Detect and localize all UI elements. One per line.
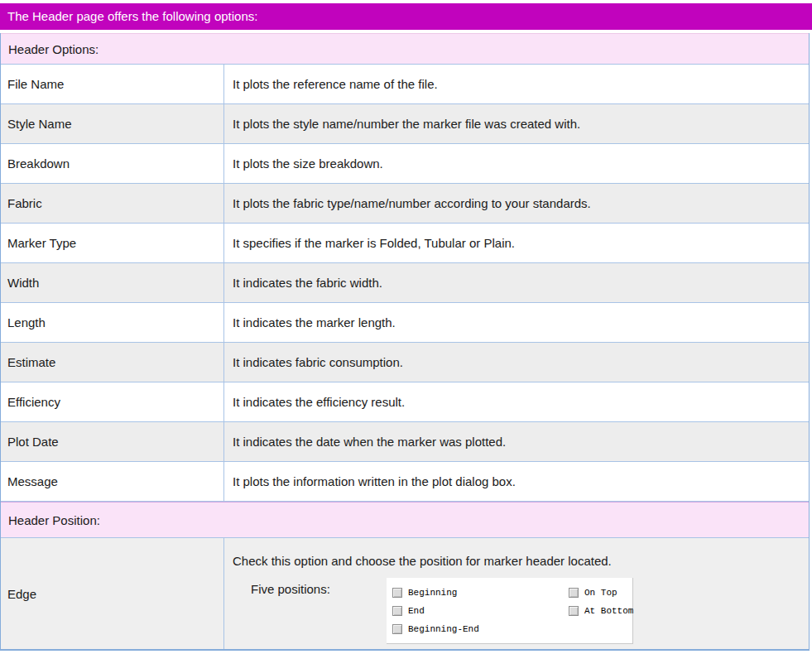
table-row-plot-date: Plot Date It indicates the date when the…	[1, 422, 809, 462]
section-header-position: Header Position:	[1, 502, 809, 538]
edge-label: Edge	[1, 538, 224, 649]
position-option-beginning[interactable]: Beginning	[392, 584, 569, 602]
five-positions-label: Five positions:	[251, 582, 387, 596]
table-row-efficiency: Efficiency It indicates the efficiency r…	[1, 382, 809, 422]
option-name: Message	[1, 462, 224, 501]
position-option-at-bottom[interactable]: At Bottom	[569, 602, 633, 620]
table-row-fabric: Fabric It plots the fabric type/name/num…	[1, 184, 809, 224]
option-description: It plots the reference name of the file.	[224, 65, 809, 103]
checkbox-icon[interactable]	[569, 588, 579, 598]
position-option-label: At Bottom	[584, 606, 633, 616]
option-name: File Name	[1, 65, 224, 103]
header-options-table: Header Options: File Name It plots the r…	[0, 33, 810, 651]
option-description: It indicates the efficiency result.	[224, 382, 809, 421]
section-header-options: Header Options:	[1, 33, 809, 65]
table-row-width: Width It indicates the fabric width.	[1, 263, 809, 303]
option-name: Efficiency	[1, 382, 224, 421]
edge-description: Check this option and choose the positio…	[233, 554, 809, 568]
table-row-message: Message It plots the information written…	[1, 462, 809, 502]
positions-column-left: Beginning End Beginning-End	[392, 584, 569, 638]
option-description: It indicates the fabric width.	[224, 263, 809, 302]
table-row-file-name: File Name It plots the reference name of…	[1, 65, 809, 104]
option-description: It indicates fabric consumption.	[224, 343, 809, 382]
table-row-estimate: Estimate It indicates fabric consumption…	[1, 343, 809, 382]
option-name: Length	[1, 303, 224, 342]
option-description: It specifies if the marker is Folded, Tu…	[224, 224, 809, 262]
option-rows: File Name It plots the reference name of…	[1, 65, 809, 502]
table-row-marker-type: Marker Type It specifies if the marker i…	[1, 224, 809, 263]
positions-panel: Beginning End Beginning-End	[387, 578, 633, 644]
checkbox-icon[interactable]	[569, 606, 579, 616]
option-name: Breakdown	[1, 144, 224, 183]
position-option-label: Beginning-End	[408, 624, 479, 634]
checkbox-icon[interactable]	[392, 624, 402, 634]
position-option-end[interactable]: End	[392, 602, 569, 620]
checkbox-icon[interactable]	[392, 588, 402, 598]
table-row-style-name: Style Name It plots the style name/numbe…	[1, 104, 809, 144]
option-name: Estimate	[1, 343, 224, 382]
option-description: It plots the information written in the …	[224, 462, 809, 501]
option-name: Style Name	[1, 104, 224, 143]
position-option-beginning-end[interactable]: Beginning-End	[392, 620, 569, 638]
option-name: Width	[1, 263, 224, 302]
position-option-on-top[interactable]: On Top	[569, 584, 633, 602]
table-row-breakdown: Breakdown It plots the size breakdown.	[1, 144, 809, 184]
page-title: The Header page offers the following opt…	[0, 3, 812, 30]
option-description: It plots the size breakdown.	[224, 144, 809, 183]
table-row-edge: Edge Check this option and choose the po…	[1, 538, 809, 649]
positions-column-right: On Top At Bottom	[569, 584, 633, 638]
option-description: It plots the style name/number the marke…	[224, 104, 809, 143]
positions-line: Five positions: Beginning End	[233, 582, 809, 644]
option-description: It indicates the date when the marker wa…	[224, 422, 809, 461]
option-name: Plot Date	[1, 422, 224, 461]
position-option-label: Beginning	[408, 588, 457, 598]
checkbox-icon[interactable]	[392, 606, 402, 616]
table-row-length: Length It indicates the marker length.	[1, 303, 809, 343]
option-name: Fabric	[1, 184, 224, 223]
edge-cell: Check this option and choose the positio…	[224, 538, 809, 649]
option-description: It plots the fabric type/name/number acc…	[224, 184, 809, 223]
option-description: It indicates the marker length.	[224, 303, 809, 342]
position-option-label: On Top	[584, 588, 617, 598]
position-option-label: End	[408, 606, 425, 616]
option-name: Marker Type	[1, 224, 224, 262]
help-page: The Header page offers the following opt…	[0, 0, 812, 654]
